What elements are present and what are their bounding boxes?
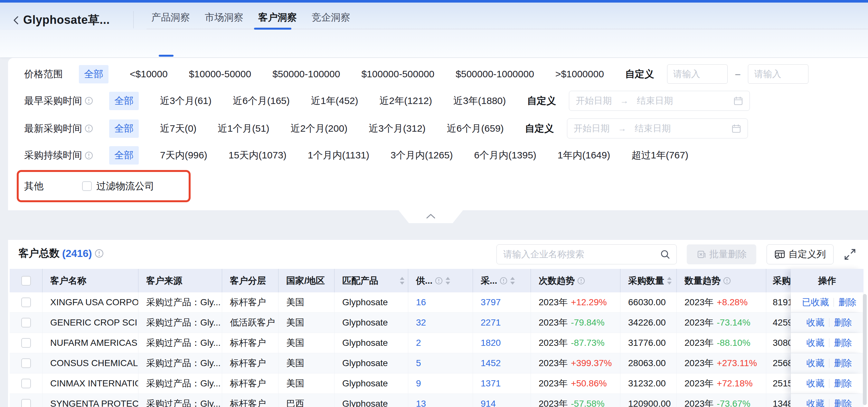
table-row[interactable]: SYNGENTA PROTEC 采购过产品：Gly... 标杆客户 巴西 Gly… [10, 394, 864, 407]
select-all-checkbox[interactable] [10, 269, 42, 292]
price-custom-label[interactable]: 自定义 [625, 68, 654, 81]
price-option[interactable]: >$1000000 [555, 69, 604, 80]
customer-name[interactable]: NUFARM AMERICAS, [50, 338, 138, 348]
customer-name[interactable]: GENERIC CROP SCI [50, 317, 137, 328]
tab-product-insight[interactable]: 产品洞察 [151, 11, 190, 24]
supplier-count-link[interactable]: 5 [408, 353, 473, 373]
price-min-input[interactable] [667, 64, 727, 84]
earliest-date-range-picker[interactable]: 开始日期 → 结束日期 [569, 91, 750, 111]
company-search-box[interactable] [496, 244, 677, 264]
earliest-option[interactable]: 近3年(1880) [453, 94, 506, 107]
latest-date-range-picker[interactable]: 开始日期 → 结束日期 [567, 119, 748, 138]
purchase-count-link[interactable]: 3797 [473, 292, 531, 312]
favorite-link[interactable]: 已收藏 [802, 296, 829, 309]
earliest-option[interactable]: 近2年(1212) [379, 94, 432, 107]
price-option[interactable]: $100000-500000 [361, 69, 434, 80]
supplier-count-link[interactable]: 2 [408, 333, 473, 353]
latest-option[interactable]: 近3个月(312) [369, 122, 426, 135]
batch-delete-button[interactable]: 批量删除 [687, 244, 756, 264]
tab-competitor-insight[interactable]: 竞企洞察 [312, 11, 350, 24]
latest-option[interactable]: 近6个月(659) [447, 122, 504, 135]
row-checkbox[interactable] [10, 333, 42, 353]
purchase-count-link[interactable]: 2271 [473, 313, 531, 333]
favorite-link[interactable]: 收藏 [807, 398, 825, 407]
info-icon[interactable] [577, 277, 585, 285]
supplier-count-link[interactable]: 9 [408, 374, 473, 394]
info-icon[interactable] [435, 277, 443, 285]
price-option[interactable]: $50000-100000 [272, 69, 340, 80]
delete-link[interactable]: 删除 [834, 316, 852, 329]
purchase-count-link[interactable]: 1371 [473, 374, 531, 394]
latest-custom-label[interactable]: 自定义 [525, 122, 554, 135]
latest-option[interactable]: 近1个月(51) [218, 122, 269, 135]
price-option[interactable]: $10000-50000 [189, 69, 251, 80]
search-icon[interactable] [660, 249, 671, 260]
duration-option[interactable]: 3个月内(1265) [391, 149, 453, 162]
latest-option[interactable]: 近2个月(200) [290, 122, 347, 135]
fullscreen-icon[interactable] [843, 248, 857, 261]
duration-option[interactable]: 1个月内(1131) [308, 149, 369, 162]
table-row[interactable]: GENERIC CROP SCI 采购过产品：Gly... 低活跃客户 美国 G… [10, 313, 864, 333]
row-checkbox[interactable] [10, 313, 42, 333]
back-chevron-icon[interactable] [11, 15, 20, 25]
duration-option[interactable]: 15天内(1073) [228, 149, 286, 162]
customer-name[interactable]: CINMAX INTERNATIO [50, 378, 138, 389]
price-max-input[interactable] [748, 64, 808, 84]
supplier-count-link[interactable]: 32 [408, 313, 473, 333]
info-icon[interactable] [85, 97, 93, 105]
duration-option[interactable]: 6个月内(1395) [474, 149, 536, 162]
supplier-count-link[interactable]: 16 [408, 292, 473, 312]
purchase-count-link[interactable]: 1820 [473, 333, 531, 353]
row-checkbox[interactable] [10, 292, 42, 312]
sort-icon[interactable] [510, 277, 515, 285]
sort-icon[interactable] [445, 277, 451, 285]
customer-name[interactable]: SYNGENTA PROTEC [50, 399, 138, 407]
earliest-option[interactable]: 近3个月(61) [160, 94, 212, 107]
filter-logistics-checkbox[interactable] [82, 181, 92, 191]
delete-link[interactable]: 删除 [838, 296, 857, 309]
row-checkbox[interactable] [10, 353, 42, 373]
table-row[interactable]: XINGFA USA CORPO 采购过产品：Gly... 标杆客户 美国 Gl… [10, 292, 864, 313]
info-icon[interactable] [85, 124, 93, 133]
latest-option-all[interactable]: 全部 [109, 120, 139, 138]
row-checkbox[interactable] [10, 394, 42, 407]
table-row[interactable]: NUFARM AMERICAS, 采购过产品：Gly... 标杆客户 美国 Gl… [10, 333, 864, 353]
tab-customer-insight[interactable]: 客户洞察 [258, 11, 297, 24]
supplier-count-link[interactable]: 13 [408, 394, 473, 407]
custom-columns-button[interactable]: 自定义列 [767, 244, 834, 264]
favorite-link[interactable]: 收藏 [807, 316, 825, 329]
vertical-scrollbar[interactable] [863, 294, 867, 405]
price-option-all[interactable]: 全部 [79, 65, 108, 84]
customer-count[interactable]: 2416 [66, 248, 89, 259]
duration-option[interactable]: 1年内(1649) [558, 149, 610, 162]
table-row[interactable]: CINMAX INTERNATIO 采购过产品：Gly... 标杆客户 美国 G… [10, 374, 864, 394]
duration-option-all[interactable]: 全部 [109, 146, 139, 164]
sort-icon[interactable] [667, 277, 672, 285]
purchase-count-link[interactable]: 914 [473, 394, 531, 407]
customer-name[interactable]: CONSUS CHEMICAL [50, 358, 138, 368]
delete-link[interactable]: 删除 [834, 337, 852, 349]
delete-link[interactable]: 删除 [834, 398, 852, 407]
earliest-option[interactable]: 近1年(452) [311, 94, 358, 107]
info-icon[interactable] [95, 249, 104, 258]
earliest-option[interactable]: 近6个月(165) [233, 94, 290, 107]
duration-option[interactable]: 超过1年(767) [631, 149, 688, 162]
favorite-link[interactable]: 收藏 [807, 337, 825, 349]
tab-market-insight[interactable]: 市场洞察 [205, 11, 243, 24]
row-checkbox[interactable] [10, 374, 42, 394]
info-icon[interactable] [723, 277, 731, 285]
favorite-link[interactable]: 收藏 [807, 377, 825, 389]
earliest-custom-label[interactable]: 自定义 [527, 94, 556, 107]
company-search-input[interactable] [497, 249, 660, 259]
duration-option[interactable]: 7天内(996) [160, 149, 207, 162]
price-option[interactable]: $500000-1000000 [456, 69, 534, 80]
latest-option[interactable]: 近7天(0) [160, 122, 196, 135]
price-option[interactable]: <$10000 [130, 69, 168, 80]
delete-link[interactable]: 删除 [834, 357, 852, 369]
customer-name[interactable]: XINGFA USA CORPO [50, 297, 138, 308]
sort-icon[interactable] [400, 277, 405, 285]
info-icon[interactable] [85, 151, 93, 160]
info-icon[interactable] [500, 277, 507, 285]
delete-link[interactable]: 删除 [834, 377, 852, 389]
earliest-option-all[interactable]: 全部 [109, 92, 139, 110]
